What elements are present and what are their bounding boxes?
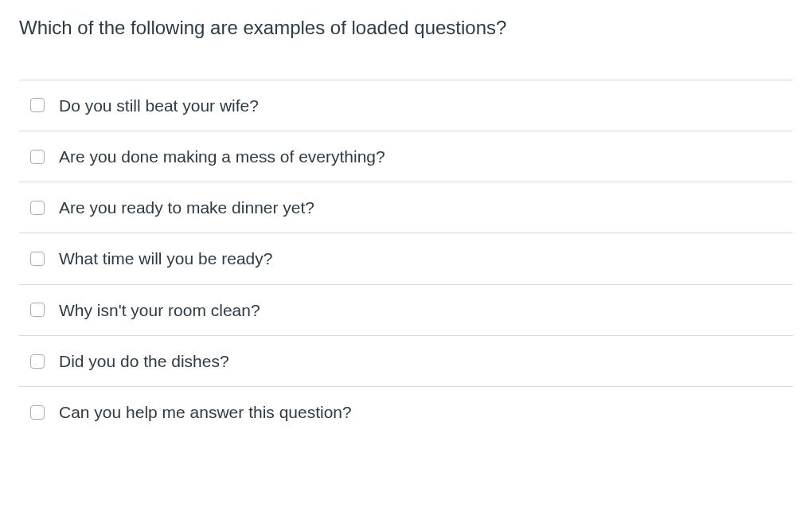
option-label[interactable]: Do you still beat your wife? [59,95,259,116]
option-label[interactable]: What time will you be ready? [59,248,272,269]
option-row: Do you still beat your wife? [19,80,793,131]
option-label[interactable]: Why isn't your room clean? [59,299,260,321]
option-checkbox-0[interactable] [30,98,45,112]
option-checkbox-3[interactable] [30,252,45,266]
option-checkbox-6[interactable] [30,405,45,420]
option-row: Are you done making a mess of everything… [19,131,793,182]
option-checkbox-4[interactable] [30,303,45,317]
option-row: Are you ready to make dinner yet? [19,182,793,233]
options-list: Do you still beat your wife? Are you don… [19,80,793,438]
option-label[interactable]: Can you help me answer this question? [59,401,352,423]
option-checkbox-2[interactable] [30,201,45,215]
option-row: Did you do the dishes? [19,335,793,386]
option-label[interactable]: Are you done making a mess of everything… [59,146,385,167]
option-row: Why isn't your room clean? [19,284,793,335]
option-checkbox-1[interactable] [30,150,45,164]
option-label[interactable]: Are you ready to make dinner yet? [59,197,314,218]
option-checkbox-5[interactable] [30,354,45,369]
option-row: What time will you be ready? [19,233,793,283]
option-label[interactable]: Did you do the dishes? [59,350,229,372]
question-text: Which of the following are examples of l… [19,14,793,41]
option-row: Can you help me answer this question? [19,386,793,437]
